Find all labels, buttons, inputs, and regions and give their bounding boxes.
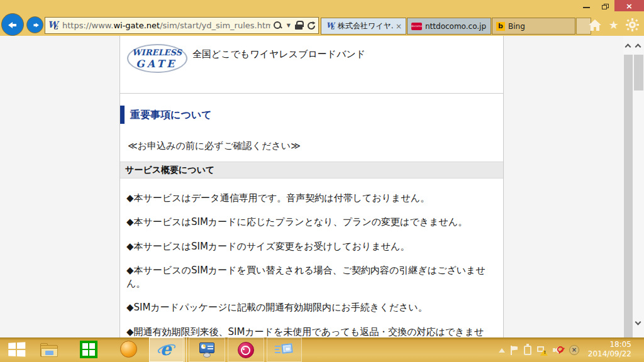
title-bar: ×: [0, 0, 644, 14]
window-scrollbar-thumb[interactable]: [634, 55, 643, 90]
tab-bing[interactable]: b Bing: [492, 18, 575, 35]
network-warning-icon[interactable]: !: [537, 346, 547, 355]
heading-accent-bar: [120, 106, 125, 124]
lock-icon: [295, 21, 303, 30]
address-bar-icons: ▼: [273, 21, 316, 30]
tab-label: Bing: [508, 22, 571, 31]
tab-bar: W G 株式会社ワイヤ... × docomo nttdocomo.co.jp …: [321, 18, 591, 35]
eject-status-icon[interactable]: ×: [569, 345, 579, 355]
tab-favicon-wg: W G: [326, 22, 335, 30]
gom-player-icon[interactable]: [120, 341, 139, 359]
lg-app-button[interactable]: [228, 337, 264, 362]
control-panel-button[interactable]: [189, 337, 225, 362]
favorites-star-icon[interactable]: ★: [609, 19, 619, 31]
confirmation-notice: ≪お申込みの前に必ずご確認ください≫: [128, 140, 301, 152]
windows-store-icon[interactable]: [80, 341, 99, 359]
tab-wireless-gate[interactable]: W G 株式会社ワイヤ... ×: [321, 18, 406, 35]
page-scrollbar-thumb[interactable]: [624, 55, 633, 337]
page-title: 重要事項について: [130, 109, 212, 122]
logo-text-gate: GATE: [136, 58, 177, 70]
url-prefix: https://www.: [62, 21, 113, 30]
scroll-down-icon[interactable]: [635, 319, 641, 326]
action-center-flag-icon[interactable]: [511, 346, 518, 355]
scroll-up-icon[interactable]: [625, 44, 631, 50]
forward-arrow-icon: [31, 22, 39, 28]
forward-button[interactable]: [26, 16, 43, 33]
tab-close-icon[interactable]: ×: [396, 22, 402, 31]
search-icon[interactable]: [273, 21, 282, 30]
volume-muted-icon[interactable]: [553, 345, 564, 355]
list-item: ◆本サービスはSIMカードに応じたプランとなり、プランの変更はできません。: [126, 216, 496, 229]
minimize-button[interactable]: [577, 0, 596, 11]
home-icon[interactable]: [588, 19, 602, 31]
list-item: ◆本サービスのSIMカードを買い替えされる場合、ご契約内容の引継ぎはございません…: [126, 264, 496, 291]
internet-explorer-icon: e: [157, 341, 176, 359]
taskbar: e ! × 18:05 2014/09/22: [0, 337, 644, 362]
chevron-down-icon[interactable]: ▼: [287, 23, 291, 28]
clock-time: 18:05: [588, 340, 631, 349]
url-text[interactable]: https://www.wi-gate.net/sim/start/yd_sim…: [62, 21, 270, 30]
quick-window-app-button[interactable]: [267, 337, 302, 362]
list-item: ◆開通有効期限到来後、SIMカードを未使用であっても返品・交換の対応はできませ: [126, 326, 496, 339]
restore-button[interactable]: [596, 0, 614, 11]
list-item: ◆SIMカードパッケージに記載の開通有効期限内にお手続きください。: [126, 301, 496, 314]
page-content-column: WIRELESS GATE 全国どこでもワイヤレスブロードバンド 重要事項につい…: [119, 36, 504, 337]
internet-explorer-button[interactable]: e: [149, 337, 184, 362]
power-battery-icon[interactable]: [524, 346, 531, 355]
tab-label: nttdocomo.co.jp: [425, 22, 487, 31]
restore-icon: [602, 4, 609, 9]
browser-actions: ★: [588, 18, 639, 31]
lg-icon: [238, 342, 254, 358]
tab-nttdocomo[interactable]: docomo nttdocomo.co.jp: [407, 18, 491, 35]
window-scrollbar[interactable]: [633, 36, 644, 337]
list-item: ◆本サービスはデータ通信専用です。音声契約は付帯しておりません。: [126, 192, 496, 205]
service-terms-list: ◆本サービスはデータ通信専用です。音声契約は付帯しておりません。 ◆本サービスは…: [126, 192, 496, 349]
control-panel-icon: [198, 342, 216, 358]
minimize-icon: [583, 7, 590, 8]
clock-date: 2014/09/22: [588, 349, 631, 359]
file-explorer-icon[interactable]: [40, 341, 59, 359]
wireless-gate-logo: WIRELESS GATE: [127, 44, 187, 73]
flying-window-icon: [275, 342, 294, 358]
logo-text-wireless: WIRELESS: [132, 48, 182, 57]
scroll-up-icon[interactable]: [635, 44, 641, 50]
browser-viewport: WIRELESS GATE 全国どこでもワイヤレスブロードバンド 重要事項につい…: [0, 36, 644, 337]
taskbar-separator: [184, 337, 187, 362]
window-controls: ×: [577, 0, 644, 13]
taskbar-clock[interactable]: 18:05 2014/09/22: [588, 340, 631, 359]
back-button[interactable]: [1, 13, 24, 36]
list-item: ◆本サービスはSIMカードのサイズ変更をお受けしておりません。: [126, 240, 496, 253]
close-button[interactable]: ×: [614, 0, 644, 11]
section-header: サービス概要について: [120, 162, 503, 178]
refresh-icon[interactable]: [307, 21, 316, 30]
page-scrollbar[interactable]: [623, 36, 633, 337]
url-domain: wi-gate.net: [113, 21, 160, 30]
site-header: WIRELESS GATE 全国どこでもワイヤレスブロードバンド: [120, 36, 503, 94]
url-path: /sim/start/yd_sim_rules.html?re: [160, 21, 270, 30]
site-favicon: W G: [48, 21, 59, 31]
back-arrow-icon: [8, 21, 17, 28]
show-hidden-icons-button[interactable]: [499, 348, 505, 353]
tab-favicon-bing: b: [496, 22, 505, 31]
address-bar[interactable]: W G https://www.wi-gate.net/sim/start/yd…: [45, 17, 319, 34]
site-tagline: 全国どこでもワイヤレスブロードバンド: [192, 48, 365, 60]
settings-gear-icon[interactable]: [626, 18, 639, 31]
tab-label: 株式会社ワイヤ...: [338, 21, 393, 31]
navigation-bar: W G https://www.wi-gate.net/sim/start/yd…: [0, 14, 644, 36]
start-button[interactable]: [8, 342, 26, 358]
system-tray: ! ×: [499, 345, 579, 355]
tab-favicon-docomo: docomo: [411, 23, 422, 30]
close-icon: ×: [626, 1, 633, 11]
